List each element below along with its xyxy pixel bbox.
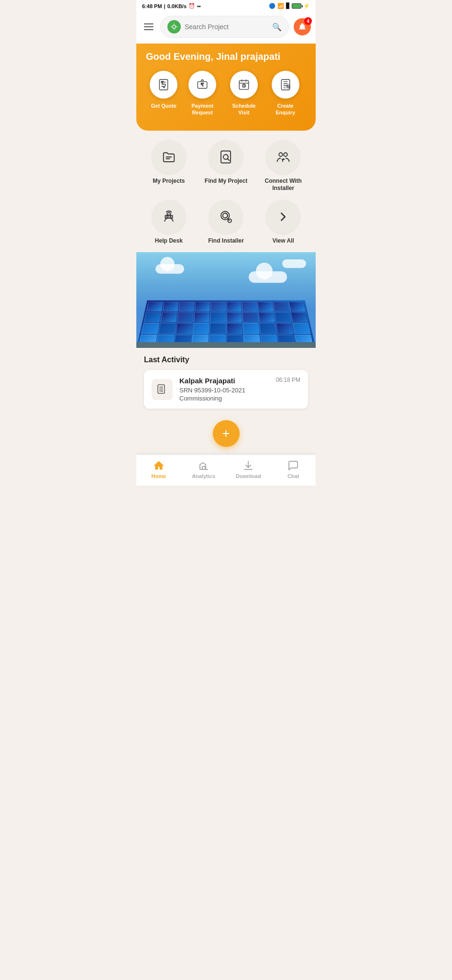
svg-rect-9 bbox=[221, 151, 231, 163]
dots-icon: •• bbox=[197, 3, 201, 9]
activity-srn: SRN 95399-10-05-2021 bbox=[179, 387, 269, 394]
nav-chat-label: Chat bbox=[287, 473, 299, 479]
quick-action-schedule[interactable]: Schedule Visit bbox=[227, 71, 261, 116]
svg-point-11 bbox=[279, 153, 283, 156]
my-projects-label: My Projects bbox=[153, 178, 185, 185]
status-right: 🔵 📶 ▊ ⚡ bbox=[269, 3, 310, 9]
bottom-navigation: Home Analytics Download Chat bbox=[136, 455, 316, 486]
sim-icon: 📶 bbox=[277, 3, 284, 9]
payment-label: Payment Request bbox=[186, 102, 219, 116]
activity-status: Commissioning bbox=[179, 395, 269, 402]
banner-section: Good Evening, Jinal prajapati ₹ Get Quot… bbox=[136, 44, 316, 131]
svg-point-0 bbox=[173, 25, 176, 29]
menu-item-connect-installer[interactable]: Connect With Installer bbox=[258, 140, 308, 192]
signal-icon: ▊ bbox=[286, 3, 290, 9]
enquiry-label: Create Enquiry bbox=[269, 102, 302, 116]
connect-installer-icon bbox=[266, 140, 300, 174]
find-project-icon bbox=[209, 140, 243, 174]
app-header: 🔍 4 bbox=[136, 12, 316, 44]
status-data-speed: 0.0KB/s bbox=[167, 3, 187, 9]
menu-item-find-installer[interactable]: Find Installer bbox=[201, 200, 251, 245]
roof-base bbox=[136, 342, 316, 348]
nav-analytics-label: Analytics bbox=[192, 473, 215, 479]
activity-doc-icon bbox=[152, 379, 173, 400]
status-bar: 6:48 PM | 0.0KB/s ⏰ •• 🔵 📶 ▊ ⚡ bbox=[136, 0, 316, 12]
activity-person-name: Kalpak Prajapati bbox=[179, 377, 269, 385]
menu-item-find-project[interactable]: Find My Project bbox=[201, 140, 251, 192]
notification-button[interactable]: 4 bbox=[294, 18, 311, 35]
menu-item-view-all[interactable]: View All bbox=[258, 200, 308, 245]
nav-item-download[interactable]: Download bbox=[226, 460, 271, 479]
nav-home-label: Home bbox=[152, 473, 166, 479]
status-left: 6:48 PM | 0.0KB/s ⏰ •• bbox=[142, 3, 201, 9]
help-desk-label: Help Desk bbox=[155, 237, 183, 245]
quick-action-get-quote[interactable]: ₹ Get Quote bbox=[150, 71, 177, 116]
solar-panel-image bbox=[136, 252, 316, 348]
search-bar: 🔍 bbox=[160, 16, 289, 38]
view-all-icon bbox=[266, 200, 300, 234]
charge-icon: ⚡ bbox=[303, 3, 310, 9]
menu-section: My Projects Find My Project bbox=[136, 131, 316, 251]
nav-item-home[interactable]: Home bbox=[136, 460, 181, 479]
activity-time: 06:18 PM bbox=[276, 377, 300, 383]
fab-container: + bbox=[136, 412, 316, 455]
connect-installer-label: Connect With Installer bbox=[258, 178, 308, 192]
schedule-icon bbox=[230, 71, 258, 99]
search-input[interactable] bbox=[185, 23, 268, 31]
menu-item-my-projects[interactable]: My Projects bbox=[144, 140, 194, 192]
status-time: 6:48 PM bbox=[142, 3, 162, 9]
menu-button[interactable] bbox=[142, 22, 155, 32]
get-quote-icon: ₹ bbox=[150, 71, 177, 99]
nav-item-analytics[interactable]: Analytics bbox=[181, 460, 226, 479]
activity-card[interactable]: Kalpak Prajapati SRN 95399-10-05-2021 Co… bbox=[144, 370, 308, 409]
nav-item-chat[interactable]: Chat bbox=[271, 460, 316, 479]
enquiry-icon bbox=[272, 71, 299, 99]
quick-actions: ₹ Get Quote ₹ Payment Request bbox=[146, 71, 306, 116]
search-icon[interactable]: 🔍 bbox=[272, 22, 282, 32]
last-activity-section: Last Activity Kalpak Prajapati SRN 95399… bbox=[136, 348, 316, 412]
fab-button[interactable]: + bbox=[213, 420, 240, 447]
cloud-1 bbox=[155, 264, 184, 274]
bluetooth-icon: 🔵 bbox=[269, 3, 276, 9]
get-quote-label: Get Quote bbox=[151, 102, 176, 109]
help-desk-icon bbox=[152, 200, 186, 234]
activity-info: Kalpak Prajapati SRN 95399-10-05-2021 Co… bbox=[179, 377, 269, 402]
svg-point-12 bbox=[284, 153, 287, 156]
cloud-3 bbox=[282, 259, 306, 268]
greeting-text: Good Evening, Jinal prajapati bbox=[146, 51, 306, 62]
quick-action-enquiry[interactable]: Create Enquiry bbox=[269, 71, 302, 116]
alarm-icon: ⏰ bbox=[188, 3, 195, 9]
menu-grid: My Projects Find My Project bbox=[144, 140, 308, 245]
find-project-label: Find My Project bbox=[205, 178, 247, 185]
find-installer-label: Find Installer bbox=[208, 237, 244, 245]
quick-action-payment[interactable]: ₹ Payment Request bbox=[186, 71, 219, 116]
view-all-label: View All bbox=[272, 237, 294, 245]
status-network: | bbox=[164, 3, 165, 9]
svg-text:₹: ₹ bbox=[201, 82, 204, 87]
last-activity-title: Last Activity bbox=[144, 356, 308, 364]
app-logo bbox=[167, 20, 181, 33]
payment-icon: ₹ bbox=[188, 71, 216, 99]
menu-item-help-desk[interactable]: Help Desk bbox=[144, 200, 194, 245]
schedule-label: Schedule Visit bbox=[227, 102, 261, 116]
my-projects-icon bbox=[152, 140, 186, 174]
battery-icon bbox=[292, 3, 301, 9]
find-installer-icon bbox=[209, 200, 243, 234]
cloud-2 bbox=[249, 271, 287, 283]
nav-download-label: Download bbox=[236, 473, 261, 479]
notification-badge: 4 bbox=[304, 17, 312, 25]
svg-rect-19 bbox=[202, 467, 205, 469]
